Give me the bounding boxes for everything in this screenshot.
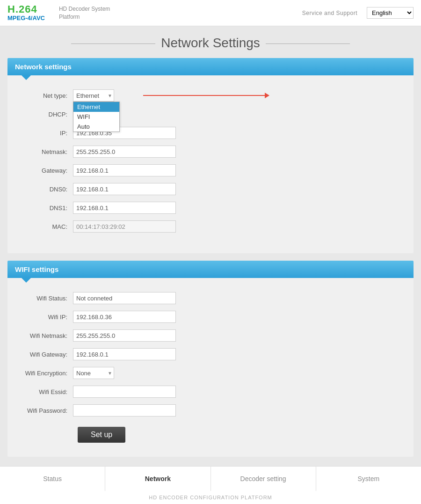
footer: HD ENCODER CONFIGURATION PLATFORM — [0, 491, 421, 504]
service-support-text: Service and Support — [302, 10, 357, 16]
wifi-status-row: Wifi Status: — [17, 292, 404, 304]
dhcp-label: DHCP: — [17, 111, 73, 118]
dns1-input[interactable] — [73, 202, 176, 214]
language-select[interactable]: English Chinese — [367, 7, 414, 19]
logo-mpeg: MPEG-4/AVC — [7, 15, 45, 22]
wifi-settings-title: WIFI settings — [15, 265, 58, 273]
wifi-settings-body: Wifi Status: Wifi IP: Wifi Netmask: Wifi… — [7, 278, 414, 457]
setup-button[interactable]: Set up — [78, 427, 125, 443]
netmask-row: Netmask: — [17, 146, 404, 158]
netmask-input[interactable] — [73, 146, 176, 158]
wifi-settings-header: WIFI settings — [7, 261, 414, 278]
arrow-line-body — [143, 95, 265, 96]
logo-h264: H.264 — [7, 4, 45, 15]
nav-system-label: System — [358, 475, 380, 482]
gateway-input[interactable] — [73, 164, 176, 176]
ip-label: IP: — [17, 130, 73, 137]
wifi-encryption-select-wrap[interactable]: None WEP WPA WPA2 ▼ — [73, 367, 114, 379]
mac-label: MAC: — [17, 223, 73, 230]
network-settings-panel: Network settings Net type: Ethernet WIFI… — [7, 58, 414, 253]
dropdown-item-ethernet[interactable]: Ethernet — [73, 102, 119, 112]
wifi-gateway-input[interactable] — [73, 348, 176, 360]
wifi-essid-input[interactable] — [73, 386, 176, 398]
footer-text: HD ENCODER CONFIGURATION PLATFORM — [149, 495, 272, 500]
dns1-row: DNS1: — [17, 202, 404, 214]
nav-decoder-label: Decoder setting — [240, 475, 286, 482]
subtitle-line2: Platform — [59, 14, 80, 20]
page-title: Network Settings — [0, 26, 421, 58]
wifi-status-label: Wifi Status: — [17, 295, 73, 302]
net-type-label: Net type: — [17, 92, 73, 99]
arrow-head-icon — [265, 93, 269, 98]
wifi-encryption-select[interactable]: None WEP WPA WPA2 — [73, 367, 114, 379]
bottom-nav: Status Network Decoder setting System — [0, 466, 421, 491]
mac-row: MAC: — [17, 220, 404, 233]
wifi-encryption-label: Wifi Encryption: — [17, 370, 73, 377]
network-settings-header: Network settings — [7, 58, 414, 75]
wifi-settings-panel: WIFI settings Wifi Status: Wifi IP: Wifi… — [7, 261, 414, 457]
setup-button-container: Set up — [17, 423, 404, 443]
wifi-gateway-row: Wifi Gateway: — [17, 348, 404, 360]
network-settings-body: Net type: Ethernet WIFI Auto ▼ Ethernet … — [7, 75, 414, 253]
logo-area: H.264 MPEG-4/AVC — [7, 4, 45, 22]
mac-input — [73, 220, 176, 233]
wifi-ip-input[interactable] — [73, 311, 176, 323]
wifi-status-input — [73, 292, 176, 304]
gateway-row: Gateway: — [17, 164, 404, 176]
wifi-gateway-label: Wifi Gateway: — [17, 351, 73, 358]
wifi-password-row: Wifi Password: — [17, 404, 404, 416]
netmask-label: Netmask: — [17, 148, 73, 155]
logo-subtitle: HD Decoder System Platform — [59, 5, 110, 21]
header: H.264 MPEG-4/AVC HD Decoder System Platf… — [0, 0, 421, 26]
subtitle-line1: HD Decoder System — [59, 6, 110, 12]
net-type-arrow-indicator — [143, 93, 269, 98]
header-right: Service and Support English Chinese — [302, 7, 414, 19]
nav-item-network[interactable]: Network — [105, 467, 210, 491]
dns0-label: DNS0: — [17, 186, 73, 193]
wifi-netmask-row: Wifi Netmask: — [17, 329, 404, 342]
nav-item-system[interactable]: System — [316, 467, 421, 491]
dns0-row: DNS0: — [17, 183, 404, 195]
wifi-ip-label: Wifi IP: — [17, 314, 73, 321]
wifi-netmask-label: Wifi Netmask: — [17, 332, 73, 339]
wifi-essid-row: Wifi Essid: — [17, 386, 404, 398]
wifi-password-input[interactable] — [73, 404, 176, 416]
net-type-row: Net type: Ethernet WIFI Auto ▼ Ethernet … — [17, 89, 404, 102]
wifi-encryption-row: Wifi Encryption: None WEP WPA WPA2 ▼ — [17, 367, 404, 379]
wifi-password-label: Wifi Password: — [17, 407, 73, 414]
nav-network-label: Network — [145, 475, 171, 482]
gateway-label: Gateway: — [17, 167, 73, 174]
network-settings-title: Network settings — [15, 63, 72, 71]
net-type-select[interactable]: Ethernet WIFI Auto — [73, 89, 114, 102]
language-select-wrap[interactable]: English Chinese — [367, 7, 414, 19]
nav-status-label: Status — [43, 475, 62, 482]
dns0-input[interactable] — [73, 183, 176, 195]
wifi-ip-row: Wifi IP: — [17, 311, 404, 323]
dropdown-item-wifi[interactable]: WIFI — [73, 112, 119, 122]
dropdown-item-auto[interactable]: Auto — [73, 122, 119, 131]
dns1-label: DNS1: — [17, 205, 73, 212]
net-type-select-wrap[interactable]: Ethernet WIFI Auto ▼ Ethernet WIFI Auto — [73, 89, 114, 102]
wifi-netmask-input[interactable] — [73, 329, 176, 342]
wifi-essid-label: Wifi Essid: — [17, 388, 73, 395]
nav-item-decoder[interactable]: Decoder setting — [211, 467, 316, 491]
nav-item-status[interactable]: Status — [0, 467, 105, 491]
net-type-dropdown[interactable]: Ethernet WIFI Auto — [73, 102, 120, 132]
